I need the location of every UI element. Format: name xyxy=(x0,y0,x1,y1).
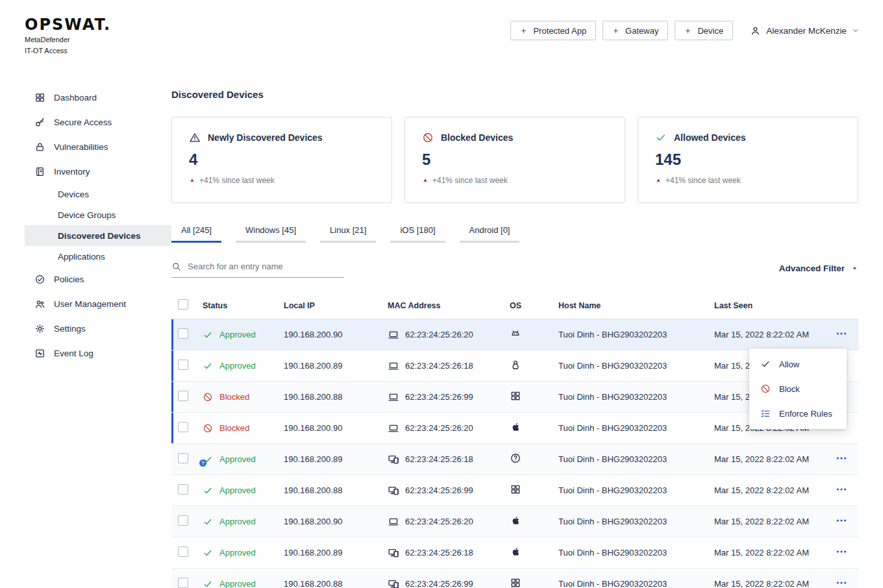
row-menu-button[interactable] xyxy=(833,450,850,469)
row-checkbox[interactable] xyxy=(178,546,188,557)
sidebar-item-vulnerabilities[interactable]: Vulnerabilities xyxy=(0,134,171,159)
check-icon xyxy=(203,579,213,588)
table-row[interactable]: Approved190.168.200.9062:23:24:25:26:20T… xyxy=(171,319,858,350)
row-menu-button[interactable] xyxy=(833,543,850,562)
tab-windows-45[interactable]: Windows [45] xyxy=(236,221,306,243)
table-row[interactable]: ?Approved190.168.200.8962:23:24:25:26:18… xyxy=(171,444,858,475)
status-cell: Blocked xyxy=(203,392,284,402)
row-menu-button[interactable] xyxy=(833,512,850,531)
sidebar-item-secure-access[interactable]: Secure Access xyxy=(0,110,171,134)
table-row[interactable]: Approved190.168.200.9062:23:24:25:26:20T… xyxy=(171,506,858,537)
card-title: Allowed Devices xyxy=(674,132,746,143)
search-input[interactable] xyxy=(188,262,344,271)
android-icon xyxy=(510,328,521,339)
last-seen-cell: Mar 15, 2022 8:22:02 AM xyxy=(714,330,825,339)
mac-address: 62:23:24:25:26:99 xyxy=(405,485,473,495)
row-actions-cell xyxy=(825,512,858,531)
row-checkbox[interactable] xyxy=(178,360,188,370)
row-checkbox[interactable] xyxy=(178,484,188,495)
status-label: Approved xyxy=(219,454,256,464)
local-ip-cell: 190.168.200.89 xyxy=(284,361,388,371)
sidebar-item-applications[interactable]: Applications xyxy=(25,246,171,267)
sidebar-item-event-log[interactable]: Event Log xyxy=(0,341,171,365)
sidebar-item-discovered-devices[interactable]: Discovered Devices xyxy=(25,225,171,246)
row-checkbox[interactable] xyxy=(178,578,188,588)
status-cell: ?Approved xyxy=(203,454,284,465)
sidebar-subitem-label: Discovered Devices xyxy=(58,231,141,241)
advanced-filter-button[interactable]: Advanced Filter xyxy=(779,263,858,273)
row-checkbox[interactable] xyxy=(178,515,188,526)
os-cell xyxy=(510,577,558,588)
sidebar-subitem-label: Applications xyxy=(58,252,105,262)
row-menu-button[interactable] xyxy=(833,325,850,344)
host-name-cell: Tuoi Dinh - BHG2903202203 xyxy=(558,579,714,588)
sidebar-item-policies[interactable]: Policies xyxy=(0,267,171,291)
menu-item-enforce-rules[interactable]: Enforce Rules xyxy=(749,401,847,426)
sidebar-item-devices[interactable]: Devices xyxy=(25,184,171,204)
mac-address: 62:23:24:25:26:20 xyxy=(405,423,473,433)
check-icon xyxy=(203,517,213,527)
table-row[interactable]: Approved190.168.200.8962:23:24:25:26:18T… xyxy=(171,537,858,569)
trend-up-icon xyxy=(422,177,429,184)
tab-android-0[interactable]: Android [0] xyxy=(460,221,520,243)
table-row[interactable]: Approved190.168.200.8862:23:24:25:26:99T… xyxy=(171,569,858,588)
page-title: Discovered Devices xyxy=(171,89,264,100)
local-ip-cell: 190.168.200.88 xyxy=(284,579,388,588)
sidebar-item-user-management[interactable]: User Management xyxy=(0,291,171,316)
card-header: Newly Discovered Devices xyxy=(189,132,375,143)
sidebar-item-settings[interactable]: Settings xyxy=(0,316,171,341)
sidebar-item-label: Event Log xyxy=(54,349,93,358)
sidebar-item-label: Secure Access xyxy=(54,117,112,127)
row-checkbox[interactable] xyxy=(178,391,188,401)
status-icon-wrap xyxy=(203,392,213,402)
laptop-icon xyxy=(388,391,399,403)
row-checkbox[interactable] xyxy=(178,453,188,463)
sidebar-item-inventory[interactable]: Inventory xyxy=(0,159,171,184)
tab-linux-21[interactable]: Linux [21] xyxy=(320,221,376,243)
row-menu-button[interactable] xyxy=(833,481,850,500)
row-checkbox[interactable] xyxy=(178,328,188,339)
row-menu-button[interactable] xyxy=(833,574,850,588)
column-header-status: Status xyxy=(203,301,284,310)
row-checkbox[interactable] xyxy=(178,422,188,432)
menu-item-allow[interactable]: Allow xyxy=(749,352,847,376)
tab-all-245[interactable]: All [245] xyxy=(171,221,221,243)
tab-ios-180[interactable]: iOS [180] xyxy=(390,221,445,243)
row-select-cell xyxy=(178,391,203,403)
row-actions-cell xyxy=(825,574,858,588)
product-name-line1: MetaDefender xyxy=(25,35,111,45)
sidebar-nav: DashboardSecure AccessVulnerabilitiesInv… xyxy=(0,85,171,365)
key-icon xyxy=(34,117,45,128)
laptop-icon xyxy=(388,423,399,434)
local-ip-cell: 190.168.200.90 xyxy=(284,517,388,526)
status-label: Approved xyxy=(219,548,256,557)
search-box xyxy=(171,256,344,278)
advanced-filter-label: Advanced Filter xyxy=(779,263,845,273)
card-header: Allowed Devices xyxy=(655,132,841,143)
os-cell xyxy=(510,359,558,373)
apple-icon xyxy=(510,515,521,526)
table-header-row: StatusLocal IPMAC AddressOSHost NameLast… xyxy=(171,292,858,319)
sidebar-item-label: Policies xyxy=(54,275,84,284)
row-select-cell xyxy=(178,328,203,341)
column-header-local-ip: Local IP xyxy=(284,301,388,310)
row-actions-cell xyxy=(825,325,858,344)
table-row[interactable]: Approved190.168.200.8862:23:24:25:26:99T… xyxy=(171,475,858,506)
sidebar-item-device-groups[interactable]: Device Groups xyxy=(25,204,171,225)
select-all-checkbox[interactable] xyxy=(178,299,188,310)
column-header-last-seen: Last Seen xyxy=(714,301,825,310)
laptop-icon xyxy=(388,516,399,528)
trend-text: +41% since last week xyxy=(665,176,741,185)
status-label: Blocked xyxy=(219,423,249,433)
stat-cards: Newly Discovered Devices4+41% since last… xyxy=(171,117,858,203)
trend-text: +41% since last week xyxy=(432,176,508,185)
local-ip-cell: 190.168.200.89 xyxy=(284,548,388,557)
status-label: Approved xyxy=(219,517,256,526)
host-name-cell: Tuoi Dinh - BHG2903202203 xyxy=(558,423,714,433)
local-ip-cell: 190.168.200.90 xyxy=(284,423,388,433)
row-select-cell xyxy=(178,546,203,559)
status-icon-wrap xyxy=(203,517,213,527)
sidebar-item-dashboard[interactable]: Dashboard xyxy=(0,85,171,110)
row-select-cell xyxy=(178,422,203,434)
menu-item-block[interactable]: Block xyxy=(749,376,847,401)
